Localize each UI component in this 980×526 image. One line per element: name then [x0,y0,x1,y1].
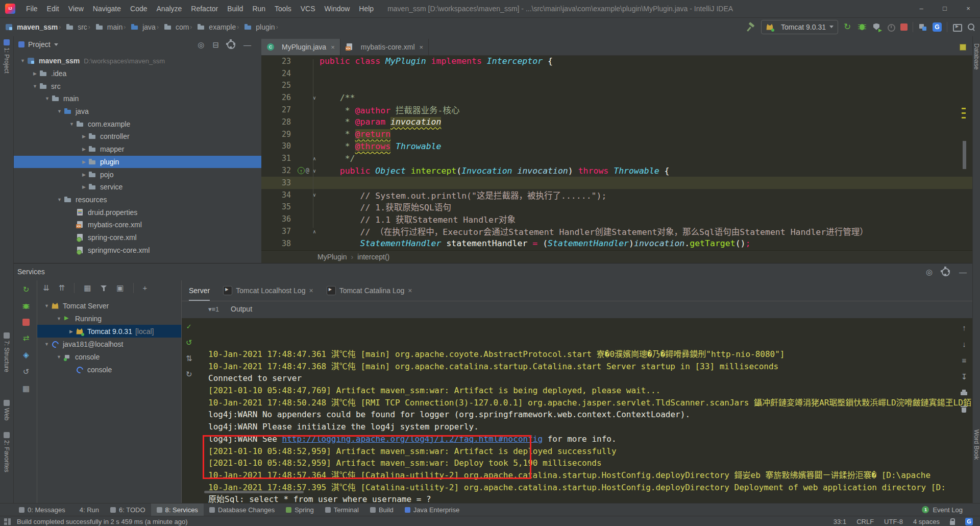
collapse-all-icon[interactable]: ⊟ [212,40,219,50]
add-service-icon[interactable]: + [143,283,148,293]
tree-row[interactable]: ▶ service [13,181,261,194]
horizontal-scrollbar[interactable] [204,491,304,493]
tool-window-button[interactable]: 8: Services [151,504,204,516]
scroll-to-end-icon[interactable]: ↧ [960,372,969,381]
hide-panel-icon[interactable]: — [243,40,251,50]
tool-window-button[interactable]: Spring [280,504,320,516]
tool-window-switcher-icon[interactable] [4,518,11,525]
tree-row[interactable]: ▼ main [13,92,261,105]
tool-window-button[interactable]: Build [364,504,399,516]
service-row[interactable]: ▼ Running [37,312,181,325]
tree-row[interactable]: druid.properties [13,206,261,219]
translate-icon[interactable]: G [933,22,942,32]
editor-tab[interactable]: mybatis-core.xml × [340,39,429,55]
error-stripe-mark[interactable] [962,117,966,118]
layout-icon[interactable]: ▦ [22,384,30,393]
run-button[interactable] [843,22,852,32]
expand-arrow-icon[interactable]: ▼ [55,354,63,360]
close-tab-icon[interactable]: × [408,286,412,295]
service-row[interactable]: ▼ console [37,350,181,363]
menu-item[interactable]: Run [248,0,270,17]
tool-window-button[interactable]: 4: Run [71,504,105,516]
scroll-up-icon[interactable]: ↑ [960,323,969,332]
expand-arrow-icon[interactable]: ▼ [31,84,39,89]
soft-wrap-icon[interactable]: ≡ [960,356,969,365]
tree-row[interactable]: ▶ plugin [13,156,261,169]
stop-icon[interactable] [22,319,30,326]
error-stripe-mark[interactable] [962,112,966,114]
project-panel-title[interactable]: Project [28,40,51,49]
service-row[interactable]: console [37,363,181,376]
indent-indicator[interactable]: 4 spaces [913,518,940,525]
close-tab-icon[interactable]: × [420,43,424,51]
service-row[interactable]: ▶ Tomcat 9.0.31 [local] [37,325,181,338]
tab-tomcat-catalina-log[interactable]: Tomcat Catalina Log × [327,280,412,301]
event-log-button[interactable]: 1 Event Log [922,506,963,514]
build-hammer-icon[interactable] [747,22,756,32]
tool-window-button[interactable]: Terminal [320,504,364,516]
expand-arrow-icon[interactable]: ▶ [80,172,88,177]
breadcrumb-item[interactable]: example › [197,23,242,31]
coverage-button[interactable] [872,22,881,32]
scroll-down-icon[interactable]: ↓ [960,340,969,349]
locate-icon[interactable]: ◎ [926,268,933,277]
print-icon[interactable] [960,389,969,398]
breadcrumb-class[interactable]: MyPlugin [317,253,347,261]
expand-arrow-icon[interactable]: ▶ [31,71,39,76]
minimize-button[interactable]: – [910,0,933,17]
sidebar-item-wordbook[interactable]: Word Book [973,429,980,460]
menu-item[interactable]: Help [354,0,378,17]
expand-arrow-icon[interactable]: ▶ [80,147,88,152]
editor-tab[interactable]: MyPlugin.java × [261,39,340,55]
fold-marker-icon[interactable]: ∨ [309,168,320,174]
expand-arrow-icon[interactable]: ▼ [55,316,63,321]
menu-item[interactable]: Build [223,0,248,17]
sidebar-item-structure[interactable]: 7: Structure [0,332,13,372]
console[interactable]: ✓ ↺ ⇅ ↻ ↑ ↓ ≡ ↧ 10-Jan-2021 17:48:47.361… [182,318,980,504]
tree-row[interactable]: ▼ maven_ssm D:\workspaces\maven_ssm [13,55,261,67]
breadcrumb-item[interactable]: com › [164,23,195,31]
menu-item[interactable]: Refactor [186,0,223,17]
sidebar-item-project[interactable]: 1: Project [0,39,13,74]
sidebar-item-database[interactable]: Database [973,43,980,69]
debug-button[interactable] [857,22,867,32]
sidebar-item-favorites[interactable]: 2: Favorites [0,432,13,472]
maximize-button[interactable]: □ [933,0,957,17]
project-structure-icon[interactable] [918,22,927,32]
open-in-new-tab-icon[interactable]: ▣ [116,283,124,293]
clear-console-icon[interactable] [960,405,969,414]
service-row[interactable]: ▼ Tomcat Server [37,299,181,312]
error-stripe-mark[interactable] [962,108,966,109]
refresh-icon[interactable]: ↺ [23,367,30,376]
close-tab-icon[interactable]: × [309,286,313,295]
menu-item[interactable]: Tools [270,0,296,17]
breadcrumb-item[interactable]: plugin › [244,23,281,31]
lock-icon[interactable] [950,521,955,525]
tree-row[interactable]: ▶ pojo [13,168,261,181]
screencast-icon[interactable] [952,22,962,32]
menu-item[interactable]: Navigate [88,0,126,17]
tree-row[interactable]: ▼ resources [13,194,261,206]
close-button[interactable]: × [957,0,980,17]
tree-row[interactable]: ▼ java [13,105,261,118]
gear-icon[interactable] [227,41,235,49]
menu-item[interactable]: Code [126,0,152,17]
sidebar-item-web[interactable]: Web [0,400,13,420]
tool-window-button[interactable]: Java Enterprise [399,504,465,516]
tree-row[interactable]: ▼ com.example [13,117,261,130]
fold-marker-icon[interactable]: ∧ [309,229,320,234]
expand-arrow-icon[interactable]: ▶ [80,134,88,139]
expand-arrow-icon[interactable]: ▼ [43,96,52,101]
deploy-icon[interactable]: ⇄ [23,333,30,343]
debug-rerun-icon[interactable] [22,303,30,310]
close-tab-icon[interactable]: × [331,43,335,51]
expand-arrow-icon[interactable]: ▼ [55,109,64,114]
tab-tomcat-localhost-log[interactable]: Tomcat Localhost Log × [223,280,313,301]
tree-row[interactable]: ▶ mapper [13,143,261,156]
run-configuration-select[interactable]: Tomcat 9.0.31 [761,20,838,34]
refresh-icon[interactable]: ↻ [186,370,192,379]
caret-position[interactable]: 33:1 [834,518,846,525]
expand-arrow-icon[interactable]: ▶ [80,184,88,189]
sort-icon[interactable]: ⇅ [186,354,192,363]
expand-arrow-icon[interactable]: ▼ [67,122,76,127]
